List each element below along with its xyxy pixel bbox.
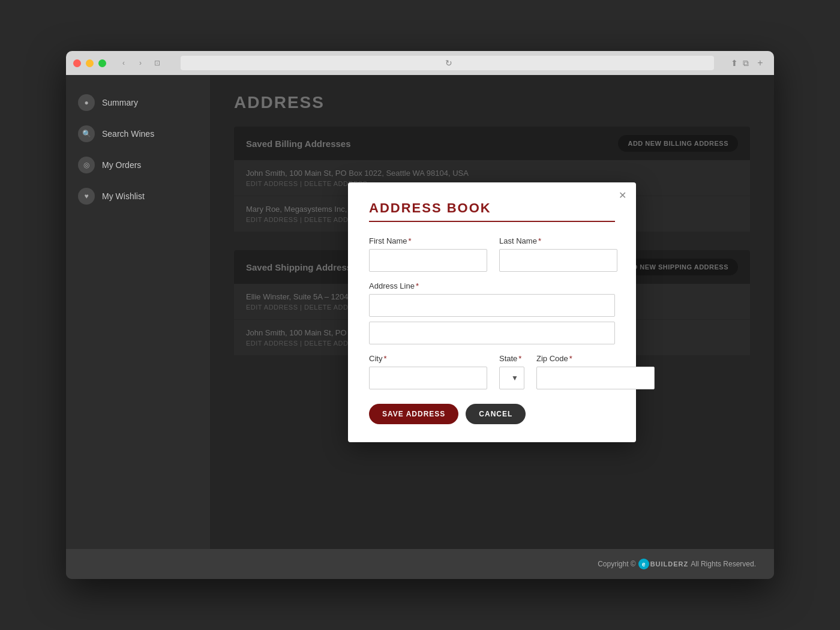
orders-icon: ◎: [78, 157, 95, 173]
city-input[interactable]: [369, 367, 487, 389]
back-button[interactable]: ‹: [117, 56, 130, 70]
modal-title: ADDRESS BOOK: [369, 200, 615, 216]
state-select[interactable]: AL AK AZ CA CO WA TX: [499, 367, 524, 389]
address-line-2-group: [369, 322, 615, 344]
sidebar-item-search-wines[interactable]: 🔍 Search Wines: [66, 118, 210, 149]
required-star-2: *: [538, 236, 541, 245]
sidebar-item-label: Search Wines: [102, 129, 154, 139]
cancel-button[interactable]: CANCEL: [466, 404, 526, 424]
save-address-button[interactable]: SAVE ADDRESS: [369, 404, 458, 424]
add-tab-button[interactable]: +: [754, 56, 767, 70]
required-star-4: *: [383, 354, 386, 363]
share-icon[interactable]: ⬆: [731, 58, 738, 68]
sidebar-item-summary[interactable]: ● Summary: [66, 87, 210, 118]
main-content: ADDRESS Saved Billing Addresses ADD NEW …: [210, 75, 774, 549]
forward-button[interactable]: ›: [134, 56, 147, 70]
sidebar: ● Summary 🔍 Search Wines ◎ My Orders ♥ M…: [66, 75, 210, 549]
state-select-wrapper: AL AK AZ CA CO WA TX ▼: [499, 367, 524, 389]
required-star: *: [409, 236, 412, 245]
address-book-modal: ✕ ADDRESS BOOK First Name*: [348, 182, 636, 442]
modal-close-button[interactable]: ✕: [619, 191, 626, 200]
traffic-light-yellow[interactable]: [86, 59, 94, 67]
required-star-3: *: [416, 281, 419, 290]
sidebar-item-label: Summary: [102, 98, 138, 107]
logo-name: BUILDERZ: [650, 560, 689, 568]
address-row: Address Line*: [369, 281, 615, 344]
summary-icon: ●: [78, 94, 95, 111]
wishlist-icon: ♥: [78, 188, 95, 205]
modal-overlay: ✕ ADDRESS BOOK First Name*: [210, 75, 774, 549]
sidebar-item-my-orders[interactable]: ◎ My Orders: [66, 149, 210, 181]
address-line-label: Address Line*: [369, 281, 615, 290]
zip-group: Zip Code*: [536, 354, 655, 389]
sidebar-item-my-wishlist[interactable]: ♥ My Wishlist: [66, 181, 210, 212]
address-bar[interactable]: ↻: [181, 56, 714, 70]
zip-code-input[interactable]: [536, 367, 655, 389]
sidebar-item-label: My Wishlist: [102, 191, 145, 201]
copyright-text: Copyright ©: [598, 560, 636, 568]
browser-titlebar: ‹ › ⊡ ↻ ⬆ ⧉ +: [66, 51, 774, 75]
address-line-group: Address Line*: [369, 281, 615, 317]
last-name-label: Last Name*: [499, 236, 617, 245]
address-line-1-input[interactable]: [369, 294, 615, 317]
address-line-2-input[interactable]: [369, 322, 615, 344]
logo-icon: e: [638, 559, 649, 569]
city-label: City*: [369, 354, 487, 363]
sidebar-item-label: My Orders: [102, 160, 141, 170]
reload-icon[interactable]: ↻: [445, 58, 452, 68]
footer: Copyright © e BUILDERZ All Rights Reserv…: [66, 549, 774, 579]
traffic-light-red[interactable]: [73, 59, 81, 67]
city-state-zip-row: City* State*: [369, 354, 615, 389]
first-name-group: First Name*: [369, 236, 487, 272]
required-star-6: *: [569, 354, 572, 363]
footer-logo: e BUILDERZ: [638, 559, 689, 569]
modal-divider: [369, 221, 615, 222]
search-wines-icon: 🔍: [78, 125, 95, 142]
tab-button[interactable]: ⊡: [151, 56, 164, 70]
state-group: State* AL AK AZ CA CO: [499, 354, 524, 389]
browser-nav: ‹ › ⊡: [117, 56, 164, 70]
last-name-group: Last Name*: [499, 236, 617, 272]
name-row: First Name* Last Name*: [369, 236, 615, 272]
rights-text: All Rights Reserved.: [691, 560, 756, 568]
state-label: State*: [499, 354, 524, 363]
modal-buttons: SAVE ADDRESS CANCEL: [369, 404, 615, 424]
first-name-input[interactable]: [369, 249, 487, 272]
first-name-label: First Name*: [369, 236, 487, 245]
last-name-input[interactable]: [499, 249, 617, 272]
traffic-light-green[interactable]: [98, 59, 106, 67]
zip-label: Zip Code*: [536, 354, 655, 363]
browser-actions: ⬆ ⧉: [731, 58, 749, 68]
city-group: City*: [369, 354, 487, 389]
copy-icon[interactable]: ⧉: [743, 58, 749, 68]
required-star-5: *: [518, 354, 521, 363]
